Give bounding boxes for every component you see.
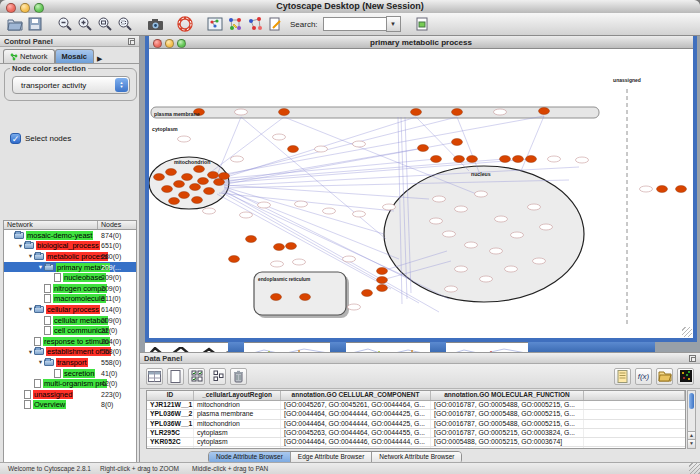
tree-row[interactable]: macromolecule311(0) bbox=[4, 294, 136, 305]
graph-node-selected[interactable] bbox=[271, 294, 282, 301]
graph-node[interactable] bbox=[445, 286, 458, 292]
help-icon[interactable] bbox=[176, 15, 194, 33]
background-window-edge[interactable] bbox=[430, 342, 446, 352]
graph-edge[interactable] bbox=[521, 116, 544, 171]
table-row[interactable]: YPL036W__1mitochondrion[GO:0044464, GO:0… bbox=[147, 420, 685, 429]
tree-expander-icon[interactable]: ▼ bbox=[17, 243, 24, 249]
table-cell[interactable]: [GO:0016787, GO:0005215, GO:0003824, G..… bbox=[431, 429, 584, 437]
graph-node-selected[interactable] bbox=[676, 186, 687, 193]
float-panel-icon[interactable] bbox=[128, 38, 135, 45]
search-dropdown-icon[interactable]: ▼ bbox=[386, 16, 401, 32]
graph-node[interactable] bbox=[430, 218, 443, 224]
zoom-fit-icon[interactable] bbox=[96, 15, 114, 33]
tree-expander-icon[interactable]: ▼ bbox=[27, 253, 34, 259]
snapshot-icon[interactable] bbox=[146, 15, 164, 33]
graph-node[interactable] bbox=[315, 146, 328, 152]
table-cell[interactable]: YDR039C__1 bbox=[147, 447, 194, 449]
graph-node-selected[interactable] bbox=[288, 146, 299, 153]
tree-row[interactable]: ▼biological_process651(0) bbox=[4, 241, 136, 252]
table-cell[interactable]: [GO:0016787, GO:0005488, GO:0005215, G..… bbox=[431, 447, 584, 449]
tree-row[interactable]: unassigned223(0) bbox=[4, 389, 136, 400]
table-cell[interactable]: [GO:0045263, GO:0044464, GO:0044455, G..… bbox=[281, 429, 431, 437]
float-panel-icon[interactable] bbox=[689, 355, 696, 362]
graph-node[interactable] bbox=[178, 136, 191, 142]
graph-node-selected[interactable] bbox=[377, 268, 388, 275]
column-cellular-layout-region[interactable]: _cellularLayoutRegion bbox=[194, 391, 281, 400]
graph-node-selected[interactable] bbox=[418, 145, 429, 152]
background-window-edge[interactable] bbox=[330, 342, 346, 352]
background-window-edge[interactable] bbox=[528, 342, 655, 352]
graph-node-selected[interactable] bbox=[219, 173, 230, 180]
graph-node[interactable] bbox=[465, 242, 478, 248]
tree-row[interactable]: secretion41(0) bbox=[4, 368, 136, 379]
table-row[interactable]: YJR121W__1mitochondrion[GO:0045267, GO:0… bbox=[147, 401, 685, 410]
graph-node-selected[interactable] bbox=[274, 244, 285, 251]
graph-node-selected[interactable] bbox=[526, 156, 537, 163]
network-overview-icon[interactable] bbox=[206, 15, 224, 33]
graph-node[interactable] bbox=[455, 266, 468, 272]
matrix-view-icon[interactable] bbox=[677, 368, 694, 385]
graph-node[interactable] bbox=[480, 276, 493, 282]
tree-row[interactable]: cell communicat22(0) bbox=[4, 325, 136, 336]
graph-node-selected[interactable] bbox=[190, 184, 201, 191]
graph-node[interactable] bbox=[348, 304, 361, 310]
graph-node[interactable] bbox=[576, 157, 589, 163]
table-cell[interactable]: [GO:0016787, GO:0005488, GO:0005215, G..… bbox=[431, 401, 584, 409]
graph-node[interactable] bbox=[353, 141, 366, 147]
graph-node-selected[interactable] bbox=[362, 290, 373, 297]
tree-expander-icon[interactable]: ▼ bbox=[37, 264, 44, 270]
graph-node-selected[interactable] bbox=[431, 156, 442, 163]
graph-node[interactable] bbox=[505, 266, 518, 272]
graph-node[interactable] bbox=[640, 186, 653, 192]
attribute-table-icon[interactable] bbox=[146, 368, 163, 385]
unselect-attributes-icon[interactable] bbox=[209, 368, 226, 385]
graph-node[interactable] bbox=[240, 212, 253, 218]
graph-node[interactable] bbox=[273, 134, 286, 140]
app-resize-grip[interactable] bbox=[689, 463, 700, 474]
table-cell[interactable]: YPL036W__1 bbox=[147, 420, 194, 428]
graph-node-selected[interactable] bbox=[452, 109, 463, 116]
column-id[interactable]: ID bbox=[147, 391, 194, 400]
plugins-icon[interactable] bbox=[413, 15, 431, 33]
graph-node[interactable] bbox=[475, 191, 488, 197]
tree-row[interactable]: ▼cellular process614(0) bbox=[4, 304, 136, 315]
table-cell[interactable]: cytoplasm bbox=[194, 438, 281, 446]
tree-row[interactable]: ▼transport558(0) bbox=[4, 357, 136, 368]
graph-node-selected[interactable] bbox=[194, 166, 205, 173]
select-nodes-checkbox[interactable]: ✓ bbox=[10, 133, 21, 144]
table-cell[interactable]: mitochondrion bbox=[194, 401, 281, 409]
tree-row[interactable]: nucleobase-209(0) bbox=[4, 272, 136, 283]
select-attributes-icon[interactable] bbox=[188, 368, 205, 385]
tree-row[interactable]: cellular metabol209(0) bbox=[4, 315, 136, 326]
background-window-sliver[interactable] bbox=[346, 342, 430, 352]
background-window-sliver[interactable] bbox=[244, 342, 330, 352]
network-graph[interactable]: plasma membranecytoplasmmitochondrionnuc… bbox=[149, 49, 693, 338]
graph-node-selected[interactable] bbox=[539, 108, 550, 115]
graph-node[interactable] bbox=[540, 224, 553, 230]
tree-row[interactable]: ▼establishment of lo558(0) bbox=[4, 347, 136, 358]
table-scrollbar[interactable]: ▲ ▼ bbox=[687, 390, 696, 449]
graph-node-selected[interactable] bbox=[286, 243, 297, 250]
graph-node[interactable] bbox=[433, 196, 446, 202]
save-icon[interactable] bbox=[26, 15, 44, 33]
graph-node-selected[interactable] bbox=[198, 178, 209, 185]
graph-node-selected[interactable] bbox=[411, 109, 422, 116]
open-icon[interactable] bbox=[6, 15, 24, 33]
scrollbar-thumb[interactable] bbox=[689, 393, 694, 409]
graph-node-selected[interactable] bbox=[166, 169, 177, 176]
tree-row[interactable]: Overview8(0) bbox=[4, 400, 136, 411]
graph-node-selected[interactable] bbox=[513, 156, 524, 163]
graph-node-selected[interactable] bbox=[192, 197, 203, 204]
tab-mosaic[interactable]: Mosaic bbox=[55, 49, 94, 63]
column-go-cellular-component[interactable]: annotation.GO CELLULAR_COMPONENT bbox=[281, 391, 431, 400]
graph-node[interactable] bbox=[528, 204, 541, 210]
table-row[interactable]: YKR052Ccytoplasm[GO:0044464, GO:0044446,… bbox=[147, 438, 685, 447]
graph-node-selected[interactable] bbox=[377, 277, 388, 284]
zoom-in-icon[interactable] bbox=[76, 15, 94, 33]
table-cell[interactable]: mitochondrion bbox=[194, 447, 281, 449]
graph-node[interactable] bbox=[323, 208, 336, 214]
graph-node[interactable] bbox=[293, 259, 306, 265]
graph-node-selected[interactable] bbox=[657, 186, 668, 193]
table-cell[interactable]: YLR295C bbox=[147, 429, 194, 437]
scroll-down-icon[interactable]: ▼ bbox=[688, 439, 695, 448]
